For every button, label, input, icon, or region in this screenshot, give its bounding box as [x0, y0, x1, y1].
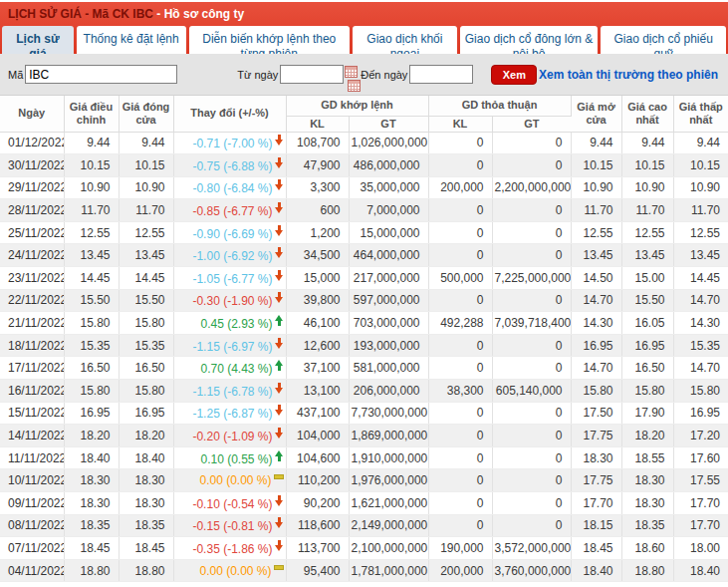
view-button[interactable]: Xem — [491, 65, 537, 85]
col-header-matched-value: GT — [349, 116, 428, 132]
cell-adjusted-price: 12.55 — [64, 221, 119, 244]
cell-open-price: 18.45 — [571, 537, 621, 560]
cell-matched-value: 1,910,000,000 — [349, 446, 428, 469]
cell-open-price: 13.45 — [571, 244, 621, 267]
cell-matched-value: 206,000,000 — [349, 380, 428, 403]
cell-matched-volume: 3,300 — [286, 176, 349, 199]
change-value: -0.85 (-6.77 %) — [192, 204, 272, 218]
cell-open-price: 16.95 — [571, 334, 621, 357]
to-date-input[interactable] — [409, 65, 473, 84]
cell-high-price: 16.05 — [621, 312, 673, 335]
cell-date: 28/11/2022 — [0, 199, 64, 222]
cell-put-through-volume: 0 — [428, 514, 492, 537]
change-value: -0.35 (-1.86 %) — [192, 542, 272, 556]
cell-matched-value: 703,000,000 — [349, 312, 428, 335]
cell-date: 23/11/2022 — [0, 267, 64, 290]
cell-adjusted-price: 10.90 — [64, 176, 119, 199]
col-header-high: Giá cao nhất — [621, 96, 673, 132]
tab-thong-ke-dat-lenh[interactable]: Thống kê đặt lệnh — [77, 26, 186, 54]
cell-adjusted-price: 13.45 — [64, 244, 119, 267]
cell-matched-value: 35,000,000 — [349, 176, 428, 199]
cell-high-price: 18.30 — [621, 469, 673, 492]
table-row: 11/11/202218.4018.400.10 (0.55 %)104,600… — [0, 446, 728, 469]
from-date-label: Từ ngày — [237, 69, 278, 81]
table-row: 15/11/202216.9516.95-1.25 (-6.87 %)437,1… — [0, 402, 728, 425]
cell-low-price: 17.70 — [673, 492, 728, 515]
table-row: 30/11/202210.1510.15-0.75 (-6.88 %)47,90… — [0, 154, 728, 177]
cell-close-price: 13.45 — [119, 244, 173, 267]
cell-put-through-volume: 0 — [428, 154, 492, 177]
cell-open-price: 11.70 — [571, 199, 621, 222]
tab-lich-su-gia[interactable]: Lịch sử giá — [2, 26, 74, 54]
cell-adjusted-price: 18.35 — [64, 514, 119, 537]
down-arrow-icon — [275, 135, 284, 146]
cell-put-through-value: 3,760,000,000 — [492, 559, 571, 582]
cell-close-price: 11.70 — [119, 199, 173, 222]
cell-change: -0.35 (-1.86 %) — [173, 537, 286, 560]
symbol-label: Mã — [8, 69, 23, 81]
cell-put-through-value: 0 — [492, 402, 571, 425]
cell-high-price: 15.50 — [621, 289, 673, 312]
cell-put-through-value: 7,225,000,000 — [492, 267, 571, 290]
cell-date: 21/11/2022 — [0, 312, 64, 335]
table-row: 22/11/202215.5015.50-0.30 (-1.90 %)39,80… — [0, 289, 728, 312]
tab-giao-dich-co-dong-lon[interactable]: Giao dịch cổ đông lớn & nội bộ — [460, 26, 599, 54]
cell-date: 10/11/2022 — [0, 469, 64, 492]
cell-high-price: 18.30 — [621, 492, 673, 515]
cell-matched-value: 7,730,000,000 — [349, 402, 428, 425]
table-row: 01/12/20229.449.44-0.71 (-7.00 %)108,700… — [0, 132, 728, 154]
tab-giao-dich-khoi-ngoai[interactable]: Giao dịch khối ngoại — [353, 26, 457, 54]
cell-put-through-volume: 190,000 — [428, 537, 492, 560]
down-arrow-icon — [275, 428, 284, 439]
cell-matched-volume: 13,100 — [286, 380, 349, 403]
cell-matched-volume: 104,600 — [286, 446, 349, 469]
table-row: 07/11/202218.4518.45-0.35 (-1.86 %)113,7… — [0, 537, 728, 560]
cell-matched-value: 2,100,000,000 — [349, 537, 428, 560]
calendar-icon[interactable] — [345, 66, 358, 78]
tab-dien-bien-khop-lenh[interactable]: Diễn biến khớp lệnh theo từng phiên — [189, 26, 351, 54]
cell-put-through-volume: 200,000 — [428, 559, 492, 582]
cell-high-price: 16.50 — [621, 357, 673, 380]
down-arrow-icon — [275, 292, 284, 303]
cell-put-through-volume: 0 — [428, 334, 492, 357]
cell-date: 25/11/2022 — [0, 221, 64, 244]
cell-low-price: 16.95 — [673, 402, 728, 425]
cell-date: 22/11/2022 — [0, 289, 64, 312]
cell-high-price: 18.60 — [621, 537, 673, 560]
cell-matched-volume: 600 — [286, 199, 349, 222]
cell-low-price: 11.70 — [673, 199, 728, 222]
symbol-input[interactable] — [25, 65, 177, 84]
table-row: 08/11/202218.3518.35-0.15 (-0.81 %)118,6… — [0, 514, 728, 537]
market-overview-link[interactable]: Xem toàn thị trường theo phiên — [539, 68, 718, 82]
table-row: 25/11/202212.5512.55-0.90 (-6.69 %)1,200… — [0, 221, 728, 244]
table-row: 21/11/202215.8015.800.45 (2.93 %)46,1007… — [0, 312, 728, 335]
cell-high-price: 17.90 — [621, 402, 673, 425]
cell-close-price: 14.45 — [119, 267, 173, 290]
tab-giao-dich-co-phieu-quy[interactable]: Giao dịch cổ phiếu quỹ — [601, 26, 726, 54]
cell-date: 08/11/2022 — [0, 514, 64, 537]
cell-matched-value: 1,026,000,000 — [349, 132, 428, 154]
table-row: 04/11/202218.8018.800.00 (0.00 %)95,4001… — [0, 559, 728, 582]
cell-change: -0.20 (-1.09 %) — [173, 425, 286, 447]
cell-adjusted-price: 9.44 — [64, 132, 119, 154]
table-row: 28/11/202211.7011.70-0.85 (-6.77 %)6007,… — [0, 199, 728, 222]
cell-adjusted-price: 14.45 — [64, 267, 119, 290]
cell-low-price: 15.80 — [673, 380, 728, 403]
change-value: -1.05 (-6.77 %) — [192, 272, 272, 286]
from-date-input[interactable] — [280, 65, 344, 84]
cell-low-price: 12.55 — [673, 221, 728, 244]
cell-matched-value: 193,000,000 — [349, 334, 428, 357]
down-arrow-icon — [275, 202, 284, 213]
cell-put-through-volume: 0 — [428, 199, 492, 222]
cell-change: -0.15 (-0.81 %) — [173, 514, 286, 537]
cell-put-through-value: 0 — [492, 446, 571, 469]
col-header-date: Ngày — [0, 96, 64, 132]
cell-close-price: 15.50 — [119, 289, 173, 312]
cell-put-through-volume: 0 — [428, 132, 492, 154]
table-row: 18/11/202215.3515.35-1.15 (-6.97 %)12,60… — [0, 334, 728, 357]
cell-matched-volume: 108,700 — [286, 132, 349, 154]
down-arrow-icon — [275, 157, 284, 168]
calendar-icon[interactable] — [348, 80, 361, 92]
cell-change: -0.30 (-1.90 %) — [173, 289, 286, 312]
cell-open-price: 18.30 — [571, 446, 621, 469]
